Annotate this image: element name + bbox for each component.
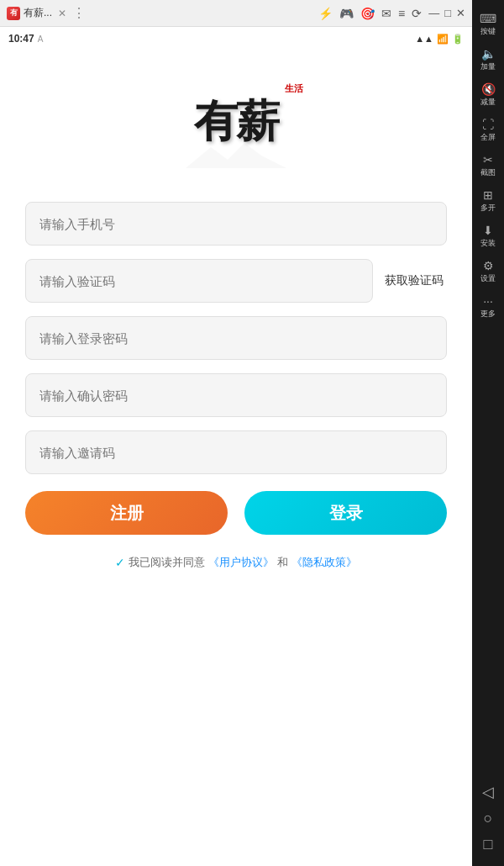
more-label: 更多: [480, 309, 496, 319]
multiopen-label: 多开: [480, 203, 496, 214]
sidebar-keyboard[interactable]: ⌨ 按键: [474, 8, 502, 40]
home-nav-icon[interactable]: ○: [484, 810, 493, 827]
recent-nav-icon[interactable]: □: [484, 836, 493, 853]
volume-up-icon: 🔈: [481, 47, 496, 61]
form-area: 获取验证码 注册 登录 ✓ 我已阅读并同意 《用户协议》 和 《隐私政策》: [0, 202, 472, 570]
volume-down-icon: 🔇: [481, 82, 496, 96]
sidebar-multiopen[interactable]: ⊞ 多开: [474, 185, 502, 217]
lightning-icon[interactable]: ⚡: [318, 7, 333, 20]
verification-row: 获取验证码: [25, 259, 447, 303]
sidebar-volume-up[interactable]: 🔈 加量: [474, 44, 502, 76]
install-label: 安装: [480, 238, 496, 249]
menu-icon[interactable]: ≡: [398, 7, 405, 20]
sidebar-more[interactable]: ··· 更多: [474, 291, 502, 323]
tab-area: 有 有薪... ✕: [7, 6, 69, 20]
sidebar-screenshot[interactable]: ✂ 截图: [474, 150, 502, 182]
refresh-icon[interactable]: ⟳: [412, 7, 422, 20]
volume-down-label: 减量: [480, 97, 496, 108]
agreement-check-icon[interactable]: ✓: [115, 556, 125, 569]
action-buttons: 注册 登录: [25, 491, 447, 535]
logo-main-text: 有薪: [194, 100, 278, 144]
get-code-button[interactable]: 获取验证码: [381, 273, 447, 288]
close-button[interactable]: ✕: [456, 7, 465, 19]
target-icon[interactable]: 🎯: [360, 7, 375, 20]
status-icons: ▲▲ 📶 🔋: [415, 34, 464, 45]
signal-icon: 📶: [437, 34, 449, 45]
sidebar-install[interactable]: ⬇ 安装: [474, 220, 502, 252]
logo-area: 生活 有薪: [0, 50, 472, 202]
sidebar-settings[interactable]: ⚙ 设置: [474, 256, 502, 288]
back-nav-icon[interactable]: ◁: [482, 783, 494, 801]
keyboard-label: 按键: [480, 26, 496, 37]
fullscreen-label: 全屏: [480, 132, 496, 143]
settings-label: 设置: [480, 273, 496, 284]
more-icon: ···: [483, 294, 493, 308]
password-input[interactable]: [25, 316, 447, 360]
volume-up-label: 加量: [480, 61, 496, 72]
multiopen-icon: ⊞: [483, 188, 493, 202]
agreement-row: ✓ 我已阅读并同意 《用户协议》 和 《隐私政策》: [25, 555, 447, 570]
login-button[interactable]: 登录: [244, 491, 447, 535]
logo-mountain-decoration: [186, 143, 286, 168]
status-time: 10:47: [8, 33, 34, 45]
logo-image: 生活 有薪: [160, 76, 312, 168]
mail-icon[interactable]: ✉: [381, 7, 391, 20]
wifi-icon: ▲▲: [415, 34, 433, 44]
settings-icon: ⚙: [483, 259, 494, 272]
verification-code-input[interactable]: [25, 259, 373, 303]
screenshot-icon: ✂: [483, 153, 493, 166]
window-controls: — □ ✕: [428, 7, 465, 19]
right-sidebar: ⌨ 按键 🔈 加量 🔇 减量 ⛶ 全屏 ✂ 截图 ⊞ 多开 ⬇ 安装 ⚙ 设置 …: [472, 0, 504, 866]
agreement-and: 和: [277, 555, 288, 570]
battery-icon: 🔋: [452, 34, 464, 45]
register-button[interactable]: 注册: [25, 491, 228, 535]
phone-input[interactable]: [25, 202, 447, 246]
keyboard-icon: ⌨: [480, 12, 496, 25]
gamepad-icon[interactable]: 🎮: [339, 7, 354, 20]
sidebar-fullscreen[interactable]: ⛶ 全屏: [474, 114, 502, 146]
tab-close-button[interactable]: ✕: [55, 8, 69, 19]
logo-sub-text: 生活: [285, 82, 303, 95]
title-bar: 有 有薪... ✕ ⋮ ⚡ 🎮 🎯 ✉ ≡ ⟳ — □ ✕: [0, 0, 472, 27]
maximize-button[interactable]: □: [444, 7, 451, 19]
phone-content: 生活 有薪 获取验证码 注册: [0, 50, 472, 866]
fullscreen-icon: ⛶: [482, 118, 494, 131]
tab-more-button[interactable]: ⋮: [69, 5, 89, 21]
status-indicator: A: [38, 34, 44, 44]
invite-code-input[interactable]: [25, 430, 447, 474]
title-bar-icons: ⚡ 🎮 🎯 ✉ ≡ ⟳: [318, 7, 422, 20]
user-agreement-link[interactable]: 《用户协议》: [208, 555, 274, 570]
confirm-password-input[interactable]: [25, 373, 447, 417]
minimize-button[interactable]: —: [428, 7, 439, 19]
sidebar-nav: ◁ ○ □: [482, 783, 494, 866]
install-icon: ⬇: [483, 224, 493, 237]
status-bar: 10:47 A ▲▲ 📶 🔋: [0, 27, 472, 50]
sidebar-volume-down[interactable]: 🔇 减量: [474, 79, 502, 111]
tab-label: 有薪...: [24, 6, 52, 20]
main-window: 有 有薪... ✕ ⋮ ⚡ 🎮 🎯 ✉ ≡ ⟳ — □ ✕ 10:47 A ▲▲…: [0, 0, 472, 866]
agreement-text: 我已阅读并同意: [129, 555, 205, 570]
privacy-policy-link[interactable]: 《隐私政策》: [291, 555, 357, 570]
screenshot-label: 截图: [480, 167, 496, 178]
tab-app-icon: 有: [7, 7, 20, 20]
